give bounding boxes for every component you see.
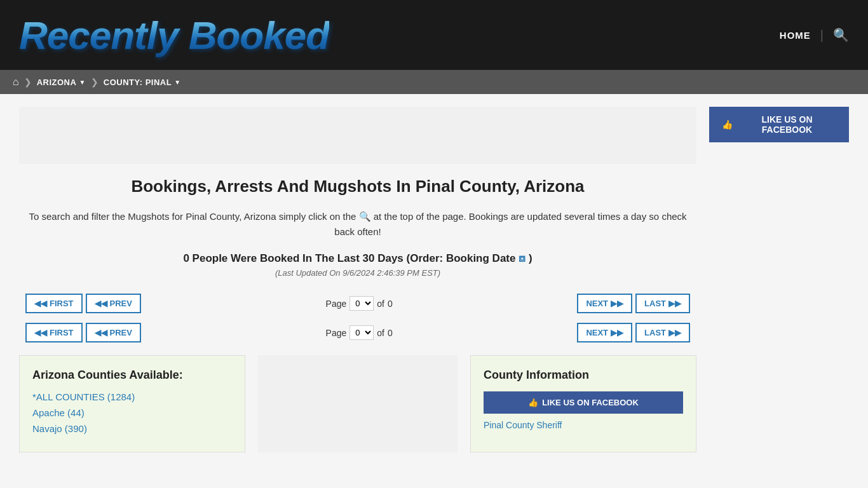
content-main: Bookings, Arrests And Mugshots In Pinal …: [19, 107, 696, 452]
description-part1: To search and filter the Mugshots for Pi…: [29, 211, 356, 222]
pagination-row-2: ◀◀ FIRST ◀◀ PREV Page 0 of 0: [19, 323, 696, 342]
breadcrumb-arizona[interactable]: ARIZONA ▼: [37, 78, 86, 87]
header: Recently Booked HOME | 🔍: [0, 0, 868, 70]
last-icon-1: ▶▶: [668, 299, 681, 308]
pagination-right-2: NEXT ▶▶ LAST ▶▶: [577, 323, 690, 342]
page-title: Bookings, Arrests And Mugshots In Pinal …: [19, 177, 696, 196]
content-sidebar: 👍 LIKE US ON FACEBOOK: [709, 107, 849, 452]
county-link-apache[interactable]: Apache (44): [32, 407, 232, 418]
search-icon[interactable]: 🔍: [833, 27, 849, 43]
pagination-center-2: Page 0 of 0: [326, 325, 393, 340]
bottom-section: Arizona Counties Available: *ALL COUNTIE…: [19, 355, 696, 452]
county-info-box: County Information 👍 LIKE US ON FACEBOOK…: [470, 355, 696, 452]
first-icon-2: ◀◀: [34, 328, 47, 337]
nav-divider: |: [820, 28, 824, 43]
pagination-center-1: Page 0 of 0: [326, 296, 393, 311]
first-button-2[interactable]: ◀◀ FIRST: [25, 323, 83, 342]
page-description: To search and filter the Mugshots for Pi…: [19, 209, 696, 240]
breadcrumb-sep-1: ❯: [24, 77, 32, 87]
prev-icon-2: ◀◀: [95, 328, 107, 337]
breadcrumb-sep-2: ❯: [91, 77, 98, 87]
prev-icon-1: ◀◀: [95, 299, 107, 308]
county-info-title: County Information: [484, 369, 683, 382]
page-select-2[interactable]: 0: [349, 325, 374, 340]
last-button-2[interactable]: LAST ▶▶: [635, 323, 690, 342]
breadcrumb-county[interactable]: COUNTY: PINAL ▼: [104, 78, 181, 87]
arizona-dropdown-arrow: ▼: [79, 79, 85, 86]
pinal-sheriff-link[interactable]: Pinal County Sheriff: [484, 420, 683, 430]
county-list-box: Arizona Counties Available: *ALL COUNTIE…: [19, 355, 245, 452]
pagination-row-1: ◀◀ FIRST ◀◀ PREV Page 0 of 0: [19, 294, 696, 313]
last-icon-2: ▶▶: [668, 328, 681, 337]
next-button-1[interactable]: NEXT ▶▶: [577, 294, 632, 313]
prev-button-2[interactable]: ◀◀ PREV: [86, 323, 141, 342]
next-icon-2: ▶▶: [611, 328, 623, 337]
fb-button-county-info[interactable]: 👍 LIKE US ON FACEBOOK: [484, 391, 683, 414]
first-button-1[interactable]: ◀◀ FIRST: [25, 294, 83, 313]
county-middle-ad: [258, 355, 458, 452]
booking-count: 0 People Were Booked In The Last 30 Days…: [19, 252, 696, 265]
last-button-1[interactable]: LAST ▶▶: [635, 294, 690, 313]
header-nav: HOME | 🔍: [780, 27, 849, 43]
pagination-left-1: ◀◀ FIRST ◀◀ PREV: [25, 294, 141, 313]
pagination-right-1: NEXT ▶▶ LAST ▶▶: [577, 294, 690, 313]
prev-button-1[interactable]: ◀◀ PREV: [86, 294, 141, 313]
breadcrumb-home-icon[interactable]: ⌂: [13, 76, 19, 88]
county-link-all[interactable]: *ALL COUNTIES (1284): [32, 391, 232, 402]
fb-thumbs-icon: 👍: [722, 119, 733, 130]
county-list-title: Arizona Counties Available:: [32, 369, 232, 382]
site-logo[interactable]: Recently Booked: [19, 13, 329, 58]
next-button-2[interactable]: NEXT ▶▶: [577, 323, 632, 342]
home-link[interactable]: HOME: [780, 30, 811, 41]
pagination-left-2: ◀◀ FIRST ◀◀ PREV: [25, 323, 141, 342]
inline-search-icon: 🔍: [359, 211, 374, 222]
ad-space: [19, 107, 696, 164]
next-icon-1: ▶▶: [611, 299, 623, 308]
fb-thumbs-icon-small: 👍: [528, 398, 538, 407]
main-wrapper: Bookings, Arrests And Mugshots In Pinal …: [0, 94, 868, 465]
last-updated: (Last Updated On 9/6/2024 2:46:39 PM EST…: [19, 268, 696, 278]
first-icon-1: ◀◀: [34, 299, 47, 308]
county-dropdown-arrow: ▼: [174, 79, 180, 86]
description-part2: at the top of the page. Bookings are upd…: [334, 211, 686, 237]
sort-icon[interactable]: ⧈: [519, 252, 526, 264]
fb-like-button[interactable]: 👍 LIKE US ON FACEBOOK: [709, 107, 849, 142]
county-link-navajo[interactable]: Navajo (390): [32, 423, 232, 434]
page-select-1[interactable]: 0: [349, 296, 374, 311]
breadcrumb: ⌂ ❯ ARIZONA ▼ ❯ COUNTY: PINAL ▼: [0, 70, 868, 94]
content-layout: Bookings, Arrests And Mugshots In Pinal …: [19, 107, 849, 452]
